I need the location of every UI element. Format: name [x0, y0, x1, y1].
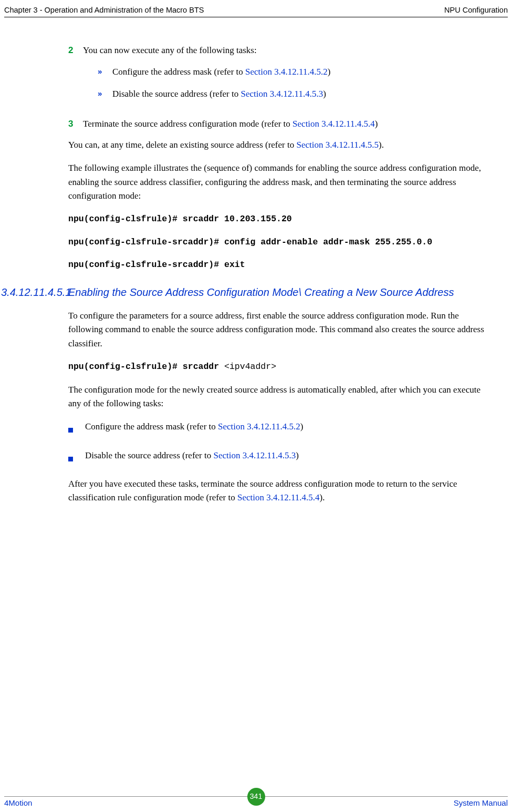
step-number: 2 [68, 44, 83, 109]
code-line: npu(config-clsfrule)# srcaddr 10.203.155… [68, 212, 486, 226]
code-line: npu(config-clsfrule-srcaddr)# config add… [68, 235, 486, 249]
sub-text: Configure the address mask (refer to Sec… [112, 65, 486, 79]
section-link[interactable]: Section 3.4.12.11.4.5.2 [218, 422, 300, 431]
step-3: 3 Terminate the source address configura… [68, 117, 486, 131]
square-bullet-icon [68, 449, 85, 466]
page-number-badge: 341 [247, 788, 265, 806]
list-text: Configure the address mask (refer to Sec… [85, 420, 486, 437]
section-link[interactable]: Section 3.4.12.11.4.5.5 [296, 140, 379, 150]
sub-text: Disable the source address (refer to Sec… [112, 87, 486, 101]
page-number: 341 [247, 788, 265, 806]
step-number: 3 [68, 117, 83, 131]
section-link[interactable]: Section 3.4.12.11.4.5.3 [214, 450, 296, 460]
square-bullet-icon [68, 420, 85, 437]
step-2-text: You can now execute any of the following… [83, 45, 257, 55]
chevron-icon: » [98, 65, 112, 79]
chevron-icon: » [98, 87, 112, 101]
footer-left: 4Motion [4, 797, 32, 809]
list-text: Disable the source address (refer to Sec… [85, 449, 486, 466]
paragraph: The configuration mode for the newly cre… [68, 383, 486, 411]
header-left: Chapter 3 - Operation and Administration… [4, 4, 204, 16]
square-bullet-list: Configure the address mask (refer to Sec… [68, 420, 486, 466]
section-link[interactable]: Section 3.4.12.11.4.5.4 [292, 119, 375, 129]
code-line: npu(config-clsfrule)# srcaddr <ipv4addr> [68, 360, 486, 374]
step-2: 2 You can now execute any of the followi… [68, 44, 486, 109]
step-text: You can now execute any of the following… [83, 44, 486, 109]
page-footer: 4Motion 341 System Manual [4, 796, 508, 809]
header-right: NPU Configuration [444, 4, 508, 16]
paragraph: To configure the parameters for a source… [68, 309, 486, 351]
paragraph: After you have executed these tasks, ter… [68, 477, 486, 505]
sub-item: » Configure the address mask (refer to S… [98, 65, 486, 79]
paragraph: You can, at any time, delete an existing… [68, 138, 486, 152]
page-content: 2 You can now execute any of the followi… [0, 17, 512, 505]
list-item: Configure the address mask (refer to Sec… [68, 420, 486, 437]
code-line: npu(config-clsfrule-srcaddr)# exit [68, 258, 486, 272]
page-header: Chapter 3 - Operation and Administration… [0, 0, 512, 16]
section-title: Enabling the Source Address Configuratio… [68, 285, 486, 300]
paragraph: The following example illustrates the (s… [68, 161, 486, 203]
section-number: 3.4.12.11.4.5.1 [1, 285, 68, 300]
section-link[interactable]: Section 3.4.12.11.4.5.3 [241, 89, 323, 99]
sub-list: » Configure the address mask (refer to S… [83, 65, 486, 101]
footer-right: System Manual [454, 797, 508, 809]
list-item: Disable the source address (refer to Sec… [68, 449, 486, 466]
code-argument: <ipv4addr> [224, 362, 276, 372]
step-text: Terminate the source address configurati… [83, 117, 486, 131]
section-link[interactable]: Section 3.4.12.11.4.5.2 [245, 67, 328, 77]
section-link[interactable]: Section 3.4.12.11.4.5.4 [237, 492, 320, 502]
numbered-list: 2 You can now execute any of the followi… [68, 44, 486, 130]
section-heading: 3.4.12.11.4.5.1 Enabling the Source Addr… [1, 285, 486, 300]
sub-item: » Disable the source address (refer to S… [98, 87, 486, 101]
